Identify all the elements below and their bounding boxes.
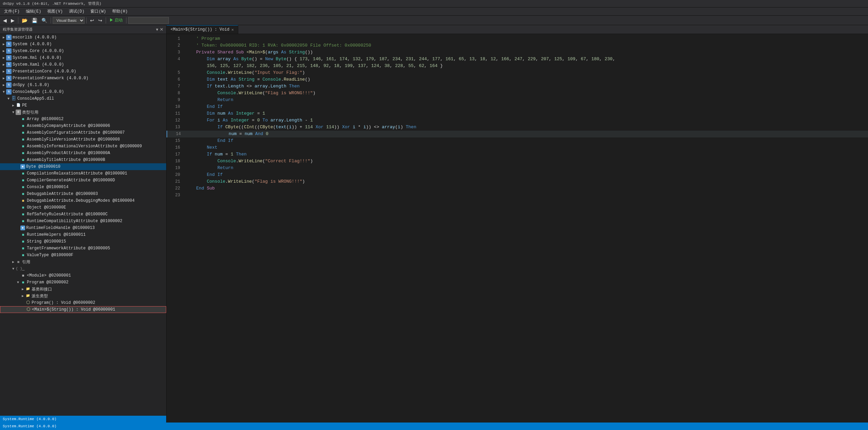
- menu-view[interactable]: 视图(V): [45, 8, 66, 15]
- toolbar-search-btn2[interactable]: 🔍: [40, 17, 49, 24]
- tree-item-debuggable[interactable]: ◼ DebuggableAttribute @01000003: [0, 191, 166, 197]
- expand-system-xaml[interactable]: ▶: [1, 63, 6, 67]
- expand-mscorlib[interactable]: ▶: [1, 35, 6, 39]
- tree-item-system-core[interactable]: ▶ N System.Core (4.0.0.0): [0, 48, 166, 54]
- line-num-7: 7: [168, 83, 180, 90]
- tree-item-dnspy[interactable]: ▶ N dnSpy (6.1.8.0): [0, 82, 166, 88]
- icon-assembly-product: ◼: [20, 150, 26, 156]
- tree-item-main[interactable]: ⬡ <Main>$(String()) : Void @06000001: [0, 306, 166, 313]
- tree-item-system-xml[interactable]: ▶ N System.Xml (4.0.0.0): [0, 54, 166, 61]
- tree-item-system[interactable]: ▶ N System (4.0.0.0): [0, 41, 166, 48]
- expand-derived-types[interactable]: ▶: [20, 294, 25, 298]
- tree-item-array[interactable]: ◼ Array @01000012: [0, 116, 166, 122]
- code-line-4: 4 Dim array As Byte() = New Byte() { 173…: [167, 56, 868, 63]
- expand-system-xml[interactable]: ▶: [1, 56, 6, 60]
- toolbar-search-input[interactable]: [128, 17, 169, 24]
- tree-item-consoleapp5[interactable]: ▼ N ConsoleApp5 (1.0.0.0): [0, 88, 166, 95]
- toolbar-redo-btn[interactable]: ↪: [97, 17, 104, 24]
- expand-refs[interactable]: ▶: [11, 260, 16, 264]
- line-content-19: Return: [186, 165, 233, 171]
- toolbar-save-btn[interactable]: 💾: [30, 17, 39, 24]
- tab-main-close[interactable]: ✕: [231, 27, 234, 32]
- tree-item-base-interfaces[interactable]: ▶ 📁 基类和接口: [0, 286, 166, 293]
- expand-ns-empty[interactable]: ▼: [11, 267, 16, 271]
- label-ns-empty: _: [22, 266, 24, 271]
- expand-program[interactable]: ▼: [16, 281, 20, 284]
- code-line-6: 6 Dim text As String = Console.ReadLine(…: [167, 76, 868, 83]
- label-mscorlib: mscorlib (4.0.0.0): [13, 35, 57, 40]
- tree-item-byte[interactable]: ■ Byte @01000010: [0, 163, 166, 170]
- tree-item-assembly-company[interactable]: ◼ AssemblyCompanyAttribute @01000006: [0, 122, 166, 129]
- icon-system: N: [6, 42, 12, 47]
- label-presentation-core: PresentationCore (4.0.0.0): [13, 69, 76, 74]
- tree-item-pe[interactable]: ▶ 📄 PE: [0, 102, 166, 109]
- tree-item-string[interactable]: ◼ String @01000015: [0, 238, 166, 245]
- tree-item-program[interactable]: ▼ ◼ Program @02000002: [0, 279, 166, 286]
- icon-assembly-title: ◼: [20, 157, 26, 163]
- tree-item-compiler-generated[interactable]: ◼ CompilerGeneratedAttribute @0100000D: [0, 177, 166, 184]
- tree-item-mscorlib[interactable]: ▶ N mscorlib (4.0.0.0): [0, 34, 166, 41]
- tree-item-typeref[interactable]: ▼ R 类型引用: [0, 109, 166, 116]
- tree-item-assembly-config[interactable]: ◼ AssemblyConfigurationAttribute @010000…: [0, 129, 166, 136]
- toolbar-open-btn[interactable]: 📂: [20, 17, 29, 24]
- tree-item-assembly-infoattr[interactable]: ◼ AssemblyInformationalVersionAttribute …: [0, 143, 166, 150]
- tree-item-system-xaml[interactable]: ▶ N System.Xaml (4.0.0.0): [0, 61, 166, 68]
- tree-item-module[interactable]: ◼ <Module> @02000001: [0, 272, 166, 279]
- menu-help[interactable]: 帮助(H): [109, 8, 131, 15]
- language-dropdown[interactable]: Visual Basic C# IL: [53, 17, 85, 24]
- toolbar-back-btn[interactable]: ◀: [1, 17, 8, 24]
- expand-typeref[interactable]: ▼: [11, 111, 16, 114]
- tree-item-ns-empty[interactable]: ▼ { } _: [0, 265, 166, 272]
- tree-item-presentation-fw[interactable]: ▶ N PresentationFramework (4.0.0.0): [0, 75, 166, 82]
- tree-item-assembly-product[interactable]: ◼ AssemblyProductAttribute @0100000A: [0, 150, 166, 156]
- menu-window[interactable]: 窗口(W): [88, 8, 109, 15]
- label-system-xaml: System.Xaml (4.0.0.0): [13, 62, 64, 67]
- tree-item-refs[interactable]: ▶ ◼ 引用: [0, 259, 166, 265]
- tree-item-dll[interactable]: ▼ 🗄 ConsoleApp5.dll: [0, 95, 166, 102]
- sidebar-collapse-btn[interactable]: ▾: [156, 27, 158, 32]
- expand-dll[interactable]: ▼: [6, 97, 11, 101]
- tree-item-runtime-compat[interactable]: ◼ RuntimeCompatibilityAttribute @0100000…: [0, 218, 166, 225]
- label-system-core: System.Core (4.0.0.0): [13, 49, 64, 53]
- tree-item-valuetype[interactable]: ◼ ValueType @0100000F: [0, 252, 166, 259]
- code-area[interactable]: 1 ' Program 2 ' Token: 0x06000001 RID: 1…: [167, 34, 868, 423]
- tree-item-targetfw[interactable]: ◼ TargetFrameworkAttribute @01000005: [0, 245, 166, 252]
- tree-item-object[interactable]: ◼ Object @0100000E: [0, 204, 166, 211]
- menu-debug[interactable]: 调试(D): [66, 8, 87, 15]
- toolbar-forward-btn[interactable]: ▶: [9, 17, 16, 24]
- expand-presentation-fw[interactable]: ▶: [1, 76, 6, 80]
- tree-item-refsafety[interactable]: ◼ RefSafetyRulesAttribute @0100000C: [0, 211, 166, 218]
- tree-item-runtime-field[interactable]: ■ RuntimeFieldHandle @01000013: [0, 225, 166, 231]
- title-text: dnSpy v6.1.8 (64-Bit, .NET Framework, 管理…: [3, 1, 101, 6]
- line-num-10: 10: [168, 103, 180, 110]
- line-content-9: Return: [186, 97, 233, 103]
- expand-dnspy[interactable]: ▶: [1, 83, 6, 87]
- icon-mscorlib: N: [6, 35, 12, 40]
- tree-item-derived-types[interactable]: ▶ 📁 派生类型: [0, 293, 166, 299]
- tree-item-runtime-helpers[interactable]: ◼ RuntimeHelpers @01000011: [0, 231, 166, 238]
- label-targetfw: TargetFrameworkAttribute @01000005: [27, 246, 110, 251]
- sidebar-close-btn[interactable]: ✕: [160, 27, 163, 32]
- tree-item-program-ctor[interactable]: ⬡ Program() : Void @06000002: [0, 299, 166, 306]
- expand-base-interfaces[interactable]: ▶: [20, 287, 25, 291]
- code-line-12: 12 For i As Integer = 0 To array.Length …: [167, 117, 868, 124]
- expand-system[interactable]: ▶: [1, 42, 6, 46]
- tree-item-compilation-relax[interactable]: ◼ CompilationRelaxationsAttribute @01000…: [0, 170, 166, 177]
- tree-item-assembly-title[interactable]: ◼ AssemblyTitleAttribute @0100000B: [0, 156, 166, 163]
- menu-edit[interactable]: 编辑(E): [23, 8, 44, 15]
- menu-file[interactable]: 文件(F): [1, 8, 22, 15]
- sidebar-tree[interactable]: ▶ N mscorlib (4.0.0.0) ▶ N System (4.0.0…: [0, 34, 166, 416]
- expand-consoleapp5[interactable]: ▼: [1, 90, 6, 94]
- tree-item-console[interactable]: ◼ Console @01000014: [0, 184, 166, 191]
- tree-item-presentation-core[interactable]: ▶ N PresentationCore (4.0.0.0): [0, 68, 166, 75]
- toolbar-start-btn[interactable]: ▶ 启动: [108, 17, 124, 24]
- expand-system-core[interactable]: ▶: [1, 49, 6, 53]
- tree-item-debuggable-modes[interactable]: ◼ DebuggableAttribute.DebuggingModes @01…: [0, 197, 166, 204]
- expand-pe[interactable]: ▶: [11, 103, 16, 108]
- toolbar-undo-btn[interactable]: ↩: [88, 17, 96, 24]
- tab-main[interactable]: <Main>$(String()) : Void ✕: [167, 25, 238, 34]
- tree-item-assembly-filever[interactable]: ◼ AssemblyFileVersionAttribute @01000008: [0, 136, 166, 143]
- expand-presentation-core[interactable]: ▶: [1, 69, 6, 73]
- label-string: String @01000015: [27, 239, 66, 244]
- toolbar: ◀ ▶ 📂 💾 🔍 Visual Basic C# IL ↩ ↪ ▶ 启动: [0, 16, 868, 25]
